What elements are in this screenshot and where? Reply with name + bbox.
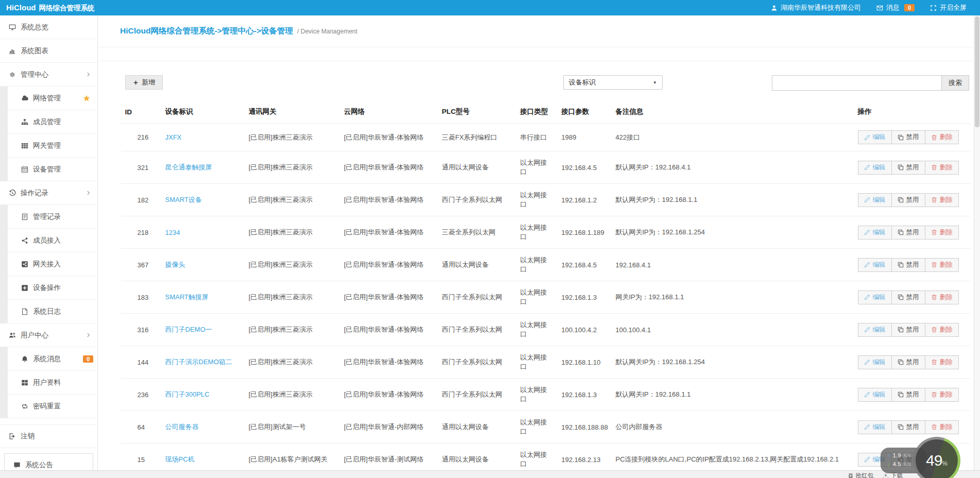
device-cloud-network: [已启用]华辰智通-体验网络 <box>340 281 438 314</box>
sidebar-item[interactable]: 网络管理 <box>0 87 97 110</box>
device-cloud-network: [已启用]华辰智通-体验网络 <box>340 124 438 151</box>
column-header: 通讯网关 <box>245 100 340 124</box>
edit-button[interactable]: 编辑 <box>858 130 892 144</box>
vertical-scrollbar[interactable] <box>974 0 980 478</box>
device-name-link[interactable]: 1234 <box>165 229 180 236</box>
sidebar-item-label: 密码重置 <box>33 402 61 411</box>
device-gateway: [已启用]测试架一号 <box>245 411 340 443</box>
toggle-enable-button[interactable]: 禁用 <box>891 323 925 337</box>
usage-ring[interactable]: 49 % <box>913 437 960 478</box>
filter-field-select[interactable]: 设备标识 ▼ <box>563 75 663 90</box>
delete-button[interactable]: 删除 <box>925 193 959 207</box>
delete-button[interactable]: 删除 <box>925 258 959 272</box>
sidebar-item[interactable]: 管理中心 <box>0 63 97 87</box>
device-name-link[interactable]: 公司服务器 <box>165 423 199 431</box>
delete-button[interactable]: 删除 <box>925 355 959 369</box>
sidebar-item[interactable]: 系统消息 0 <box>0 347 97 371</box>
edit-button[interactable]: 编辑 <box>858 226 892 240</box>
toggle-enable-button[interactable]: 禁用 <box>891 258 925 272</box>
edit-button[interactable]: 编辑 <box>858 323 892 337</box>
edit-button[interactable]: 编辑 <box>858 258 892 272</box>
messages-button[interactable]: 消息 0 <box>876 3 915 12</box>
delete-button[interactable]: 删除 <box>925 130 959 144</box>
delete-button[interactable]: 删除 <box>925 226 959 240</box>
fullscreen-button[interactable]: 开启全屏 <box>930 3 967 12</box>
pencil-icon <box>864 197 870 203</box>
search-input[interactable] <box>772 75 942 91</box>
file-icon <box>21 308 28 315</box>
clone-icon <box>898 164 904 170</box>
sidebar-item-label: 网关接入 <box>33 260 61 269</box>
device-table-wrap: ID 设备标识 通讯网关 云网络 PLC型号 接口类型 接口参数 备注信息 <box>98 100 974 478</box>
device-name-link[interactable]: 西门子DEMO一 <box>165 326 212 333</box>
toggle-enable-button[interactable]: 禁用 <box>891 226 925 240</box>
sidebar-item[interactable]: 管理记录 <box>0 205 97 229</box>
share-square-icon <box>21 261 28 268</box>
delete-button[interactable]: 删除 <box>925 323 959 337</box>
edit-button[interactable]: 编辑 <box>858 420 892 434</box>
sidebar-item[interactable]: 系统日志 <box>0 300 97 323</box>
scrollbar-thumb[interactable] <box>975 16 979 127</box>
toggle-enable-button[interactable]: 禁用 <box>891 130 925 144</box>
sidebar-item[interactable]: 系统总览 <box>0 15 97 39</box>
edit-button[interactable]: 编辑 <box>858 161 892 175</box>
delete-button[interactable]: 删除 <box>925 161 959 175</box>
delete-button[interactable]: 删除 <box>925 291 959 304</box>
search-button[interactable]: 搜索 <box>942 75 969 91</box>
add-device-button[interactable]: 新增 <box>125 75 163 90</box>
trash-icon <box>931 294 937 300</box>
device-plc-model: 西门子全系列以太网 <box>438 346 516 379</box>
sidebar-item-label: 网关管理 <box>33 141 61 150</box>
sidebar-item[interactable]: 用户中心 <box>0 323 97 347</box>
sidebar-item[interactable]: 密码重置 <box>0 395 97 418</box>
toggle-enable-button[interactable]: 禁用 <box>891 193 925 207</box>
sidebar-item-label: 系统日志 <box>33 307 61 316</box>
sign-out-icon <box>9 433 16 440</box>
edit-button[interactable]: 编辑 <box>858 388 892 402</box>
sidebar-item[interactable]: 设备操作 <box>0 276 97 300</box>
toggle-enable-button[interactable]: 禁用 <box>891 291 925 304</box>
device-gateway: [已启用]株洲三菱演示 <box>245 184 340 216</box>
device-name-link[interactable]: 西门子300PLC <box>165 390 210 398</box>
sidebar-item[interactable]: 用户资料 <box>0 371 97 395</box>
toggle-enable-button[interactable]: 禁用 <box>891 355 925 369</box>
device-plc-model: 西门子全系列以太网 <box>438 379 516 411</box>
edit-button[interactable]: 编辑 <box>858 193 892 207</box>
device-interface-param: 1989 <box>557 124 612 151</box>
device-name-link[interactable]: SMART设备 <box>165 196 202 203</box>
envelope-icon <box>876 5 883 11</box>
sidebar-item[interactable]: 成员管理 <box>0 110 97 134</box>
device-name-link[interactable]: 昆仑通泰触摸屏 <box>165 163 212 171</box>
toggle-enable-button[interactable]: 禁用 <box>891 161 925 175</box>
delete-button[interactable]: 删除 <box>925 388 959 402</box>
chevron-right-icon <box>86 332 91 338</box>
device-name-link[interactable]: 现场PC机 <box>165 455 195 463</box>
edit-button[interactable]: 编辑 <box>858 355 892 369</box>
sidebar-item-label: 系统公告 <box>25 460 53 470</box>
toggle-enable-button[interactable]: 禁用 <box>891 388 925 402</box>
device-interface-type: 以太网接口 <box>516 379 557 411</box>
sidebar-item[interactable]: 成员接入 <box>0 229 97 252</box>
device-name-link[interactable]: SMART触摸屏 <box>165 293 209 301</box>
sidebar-item[interactable]: 操作记录 <box>0 181 97 205</box>
device-name-link[interactable]: 摄像头 <box>165 261 185 268</box>
sidebar-item[interactable]: 网关接入 <box>0 252 97 276</box>
sidebar-item[interactable]: 注销 <box>0 424 97 448</box>
company-account[interactable]: 湖南华辰智通科技有限公司 <box>771 3 861 12</box>
sidebar-item[interactable]: 网关管理 <box>0 134 97 158</box>
sidebar-item-label: 系统图表 <box>21 46 48 56</box>
device-cloud-network: [已启用]华辰智通-体验网络 <box>340 249 438 281</box>
device-cloud-network: [已启用]华辰智通-内部网络 <box>340 411 438 443</box>
device-name-link[interactable]: 西门子演示DEMO箱二 <box>165 358 232 366</box>
bottom-bar-item[interactable]: 抢红包 <box>848 472 874 478</box>
sidebar-item[interactable]: 系统图表 <box>0 39 97 63</box>
brand-name: HiCloud <box>6 3 36 12</box>
device-name-link[interactable]: JXFX <box>165 133 182 141</box>
pencil-icon <box>864 229 870 235</box>
delete-button[interactable]: 删除 <box>925 420 959 434</box>
trash-icon <box>931 424 937 430</box>
toggle-enable-button[interactable]: 禁用 <box>891 420 925 434</box>
clone-icon <box>898 229 904 235</box>
edit-button[interactable]: 编辑 <box>858 291 892 304</box>
sidebar-item[interactable]: 设备管理 <box>0 158 97 181</box>
